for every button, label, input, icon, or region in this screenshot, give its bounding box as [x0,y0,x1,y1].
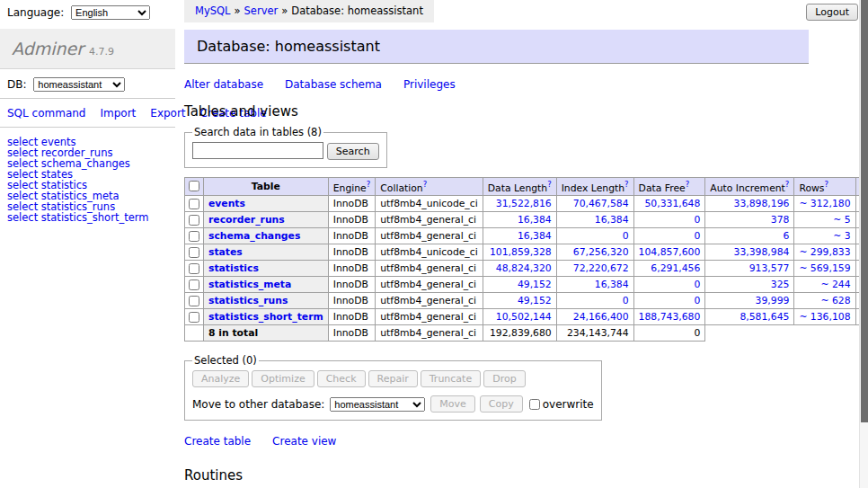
cell-value-link[interactable]: 16,384 [518,230,552,242]
move-button[interactable]: Move [430,395,475,413]
data-length-total-cell: 192,839,680 [483,325,556,342]
row-checkbox[interactable] [189,199,199,209]
cell-value-link[interactable]: 70,467,584 [573,198,629,209]
table-link[interactable]: events [208,198,245,209]
row-checkbox[interactable] [189,263,199,274]
vertical-scrollbar[interactable] [859,0,868,488]
table-link[interactable]: statistics_runs [208,295,288,306]
column-help-link[interactable]: ? [624,180,629,189]
index-length-cell: 16,384 [556,277,633,293]
overwrite-checkbox[interactable] [529,399,540,410]
cell-value-link[interactable]: 31,522,816 [496,198,552,209]
database-action-link[interactable]: Privileges [403,78,456,91]
cell-value-link[interactable]: ~ 5 [833,214,850,226]
cell-value-link[interactable]: 325 [771,279,790,290]
db-select[interactable]: homeassistant [33,77,125,92]
analyze-button[interactable]: Analyze [192,370,249,387]
cell-value-link[interactable]: 10,502,144 [496,311,552,323]
cell-value-link[interactable]: 16,384 [595,214,629,226]
column-help-link[interactable]: ? [367,180,371,189]
create-link[interactable]: Create table [184,435,251,448]
adminer-home-link[interactable]: Adminer [12,39,84,58]
cell-value-link[interactable]: 0 [694,230,700,242]
cell-value-link[interactable]: 33,898,196 [734,198,790,209]
column-help-link[interactable]: ? [785,180,790,189]
cell-value-link[interactable]: 39,999 [756,295,790,306]
search-button[interactable]: Search [327,143,379,160]
cell-value-link[interactable]: 8,581,645 [740,311,789,323]
cell-value-link[interactable]: ~ 312,180 [799,198,850,209]
database-action-link[interactable]: Database schema [285,78,382,91]
data-length-cell: 31,522,816 [483,196,556,212]
cell-value-link[interactable]: ~ 136,108 [799,311,850,323]
row-checkbox[interactable] [189,296,199,306]
cell-value-link[interactable]: ~ 3 [833,230,850,242]
cell-value-link[interactable]: ~ 299,833 [799,246,850,258]
column-help-link[interactable]: ? [547,180,552,189]
cell-value-link[interactable]: 0 [694,279,700,290]
column-help: ? [785,180,790,189]
copy-button[interactable]: Copy [480,395,523,413]
select-all-checkbox[interactable] [189,181,199,191]
drop-button[interactable]: Drop [483,370,525,387]
table-link[interactable]: schema_changes [208,230,300,242]
cell-value-link[interactable]: 16,384 [595,279,629,290]
cell-value-link[interactable]: 33,398,984 [734,246,790,258]
cell-value-link[interactable]: 188,743,680 [639,311,701,323]
cell-value-link[interactable]: 6,291,456 [651,262,700,274]
cell-value-link[interactable]: 48,824,320 [496,262,552,274]
cell-value-link[interactable]: 24,166,400 [573,311,629,323]
cell-value-link[interactable]: 72,220,672 [573,262,629,274]
cell-value-link[interactable]: 16,384 [518,214,552,226]
table-link[interactable]: recorder_runs [208,214,285,226]
cell-value-link[interactable]: 50,331,648 [644,198,700,209]
row-checkbox[interactable] [189,279,199,290]
table-link[interactable]: statistics [208,262,259,274]
table-link[interactable]: states [208,246,243,258]
cell-value-link[interactable]: 49,152 [518,279,552,290]
move-database-select[interactable]: homeassistant [330,397,425,412]
sidebar-action-link[interactable]: Export [150,107,185,120]
breadcrumb-item[interactable]: MySQL [195,4,231,17]
cell-value-link[interactable]: 0 [623,295,629,306]
sidebar-action-link[interactable]: Import [100,107,136,120]
truncate-button[interactable]: Truncate [421,370,481,387]
cell-value-link[interactable]: ~ 628 [820,295,850,306]
engine-cell: InnoDB [328,261,376,277]
sidebar-table-link[interactable]: select statistics_short_term [7,213,168,224]
optimize-button[interactable]: Optimize [252,370,314,387]
cell-value-link[interactable]: 49,152 [518,295,552,306]
language-select[interactable]: English [71,5,150,20]
cell-value-link[interactable]: 6 [784,230,790,242]
row-checkbox[interactable] [189,215,199,226]
cell-value-link[interactable]: 104,857,600 [639,246,701,258]
cell-value-link[interactable]: 378 [771,214,790,226]
repair-button[interactable]: Repair [368,370,418,387]
column-help-link[interactable]: ? [423,180,428,189]
scrollbar-thumb[interactable] [861,0,868,422]
row-checkbox[interactable] [189,247,199,258]
cell-value-link[interactable]: 0 [623,230,629,242]
index-length-total-cell: 234,143,744 [556,325,633,342]
column-help-link[interactable]: ? [686,180,690,189]
cell-value-link[interactable]: 0 [694,214,700,226]
table-link[interactable]: statistics_meta [208,279,291,290]
column-help-link[interactable]: ? [824,180,828,189]
table-link[interactable]: statistics_short_term [208,311,323,323]
database-action-link[interactable]: Alter database [184,78,263,91]
sidebar-action-link[interactable]: SQL command [7,107,85,120]
cell-value-link[interactable]: 67,256,320 [573,246,629,258]
collation-cell: utf8mb4_unicode_ci [376,196,483,212]
row-checkbox[interactable] [189,231,199,242]
create-link[interactable]: Create view [272,435,336,448]
cell-value-link[interactable]: 0 [694,295,700,306]
cell-value-link[interactable]: 913,577 [749,262,790,274]
row-checkbox[interactable] [189,312,199,323]
cell-value-link[interactable]: 101,859,328 [490,246,552,258]
search-input[interactable] [192,142,323,159]
check-button[interactable]: Check [317,370,366,387]
logout-button[interactable]: Logout [806,4,858,21]
cell-value-link[interactable]: ~ 244 [820,279,850,290]
cell-value-link[interactable]: ~ 569,159 [799,262,850,274]
breadcrumb-item[interactable]: Server [244,4,279,17]
